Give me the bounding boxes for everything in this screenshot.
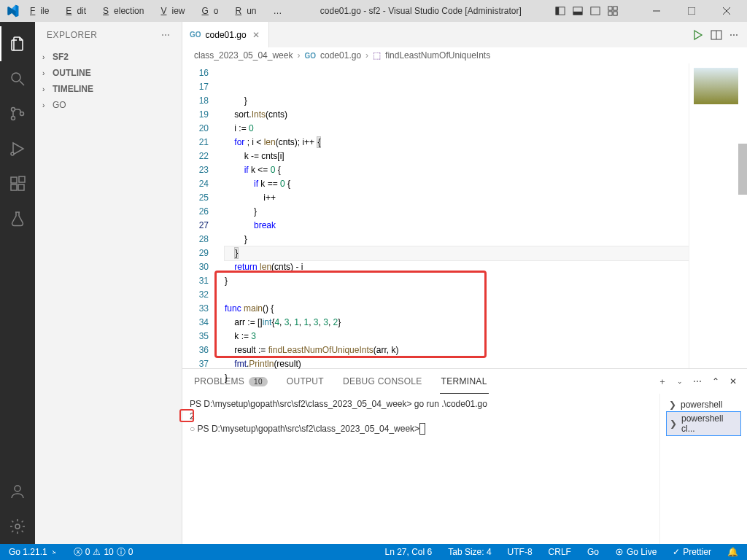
panel-close-icon[interactable]: ✕ xyxy=(729,376,737,386)
svg-point-16 xyxy=(12,117,15,120)
svg-point-15 xyxy=(12,108,15,112)
layout-toggle-left-icon[interactable] xyxy=(554,5,566,17)
svg-rect-1 xyxy=(556,7,559,15)
menu-view[interactable]: View xyxy=(155,3,195,19)
svg-rect-8 xyxy=(614,12,617,15)
menu-more[interactable]: … xyxy=(268,3,287,19)
panel-maximize-icon[interactable]: ⌃ xyxy=(712,376,719,386)
svg-rect-3 xyxy=(573,12,582,15)
minimap[interactable] xyxy=(689,63,747,368)
activity-extensions[interactable] xyxy=(0,166,35,201)
activity-testing[interactable] xyxy=(0,201,35,236)
terminal-line: 2 xyxy=(190,411,652,423)
status-go-live[interactable]: Go Live xyxy=(612,547,659,557)
svg-rect-22 xyxy=(19,176,25,182)
activity-explorer[interactable] xyxy=(0,26,35,61)
svg-line-14 xyxy=(20,81,24,85)
activity-bar xyxy=(0,22,35,544)
breadcrumb[interactable]: class_2023_05_04_week› GOcode01.go› ⬚fin… xyxy=(182,47,747,63)
menu-bar: File Edit Selection View Go Run … xyxy=(25,3,287,19)
go-file-icon: GO xyxy=(190,31,201,39)
status-cursor-position[interactable]: Ln 27, Col 6 xyxy=(382,547,436,557)
scrollbar-thumb[interactable] xyxy=(738,144,747,195)
status-language[interactable]: Go xyxy=(584,547,602,557)
activity-run-debug[interactable] xyxy=(0,131,35,166)
terminal[interactable]: PS D:\mysetup\gopath\src\sf2\class_2023_… xyxy=(182,394,659,544)
terminal-line: ○ PS D:\mysetup\gopath\src\sf2\class_202… xyxy=(190,423,652,435)
symbol-function-icon: ⬚ xyxy=(373,50,381,61)
svg-rect-10 xyxy=(688,7,695,15)
svg-point-28 xyxy=(618,551,620,553)
svg-point-18 xyxy=(11,152,14,155)
explorer-sidebar: EXPLORER ⋯ ›SF2 ›OUTLINE ›TIMELINE ›GO xyxy=(35,22,182,544)
sidebar-item-timeline[interactable]: ›TIMELINE xyxy=(35,81,182,97)
activity-accounts[interactable] xyxy=(0,474,35,509)
editor[interactable]: 1617181920212223242526272829303132333435… xyxy=(182,63,747,368)
explorer-title: EXPLORER xyxy=(47,30,97,40)
status-prettier[interactable]: ✓Prettier xyxy=(670,547,714,557)
status-indentation[interactable]: Tab Size: 4 xyxy=(445,547,494,557)
customize-layout-icon[interactable] xyxy=(607,5,619,17)
sidebar-item-go[interactable]: ›GO xyxy=(35,97,182,113)
terminal-line: PS D:\mysetup\gopath\src\sf2\class_2023_… xyxy=(190,398,652,411)
layout-toggle-right-icon[interactable] xyxy=(589,5,601,17)
panel-more-icon[interactable]: ⋯ xyxy=(693,376,702,386)
activity-source-control[interactable] xyxy=(0,96,35,131)
layout-toggle-bottom-icon[interactable] xyxy=(572,5,584,17)
go-file-icon: GO xyxy=(304,52,316,60)
line-numbers: 1617181920212223242526272829303132333435… xyxy=(182,63,219,368)
status-bar: Go 1.21.1 ⓧ0⚠10ⓘ0 Ln 27, Col 6 Tab Size:… xyxy=(0,544,747,560)
menu-selection[interactable]: Selection xyxy=(98,3,154,19)
editor-tabs: GO code01.go ✕ ⋯ xyxy=(182,22,747,47)
status-encoding[interactable]: UTF-8 xyxy=(505,547,535,557)
svg-rect-7 xyxy=(608,12,612,15)
svg-rect-19 xyxy=(11,177,17,183)
window-maximize-button[interactable] xyxy=(677,0,706,22)
status-eol[interactable]: CRLF xyxy=(546,547,574,557)
tab-label: code01.go xyxy=(206,30,247,40)
code-content[interactable]: } sort.Ints(cnts) i := 0 for ; i < len(c… xyxy=(219,63,689,368)
status-notifications-icon[interactable]: 🔔 xyxy=(724,547,741,557)
vscode-logo-icon xyxy=(6,4,19,18)
split-editor-icon[interactable] xyxy=(711,29,722,41)
menu-file[interactable]: File xyxy=(25,3,59,19)
svg-rect-20 xyxy=(11,184,17,190)
window-title: code01.go - sf2 - Visual Studio Code [Ad… xyxy=(320,6,522,16)
svg-point-24 xyxy=(15,524,20,529)
window-minimize-button[interactable] xyxy=(642,0,671,22)
window-close-button[interactable] xyxy=(712,0,741,22)
titlebar: File Edit Selection View Go Run … code01… xyxy=(0,0,747,22)
sidebar-item-sf2[interactable]: ›SF2 xyxy=(35,49,182,65)
tab-close-icon[interactable]: ✕ xyxy=(251,30,261,40)
run-file-icon[interactable] xyxy=(692,29,703,41)
svg-rect-4 xyxy=(591,7,600,15)
svg-rect-6 xyxy=(614,7,617,10)
svg-point-23 xyxy=(15,486,20,491)
status-problems[interactable]: ⓧ0⚠10ⓘ0 xyxy=(71,546,136,559)
explorer-more-icon[interactable]: ⋯ xyxy=(161,30,171,40)
tab-code01-go[interactable]: GO code01.go ✕ xyxy=(182,22,269,47)
svg-rect-5 xyxy=(608,7,612,10)
menu-go[interactable]: Go xyxy=(196,3,228,19)
activity-settings[interactable] xyxy=(0,509,35,544)
status-go-version[interactable]: Go 1.21.1 xyxy=(6,547,61,557)
svg-point-17 xyxy=(20,112,24,116)
svg-rect-21 xyxy=(18,184,24,190)
menu-edit[interactable]: Edit xyxy=(61,3,96,19)
svg-point-13 xyxy=(12,73,20,82)
sidebar-item-outline[interactable]: ›OUTLINE xyxy=(35,65,182,81)
menu-run[interactable]: Run xyxy=(231,3,267,19)
activity-search[interactable] xyxy=(0,61,35,96)
editor-more-icon[interactable]: ⋯ xyxy=(729,30,738,40)
